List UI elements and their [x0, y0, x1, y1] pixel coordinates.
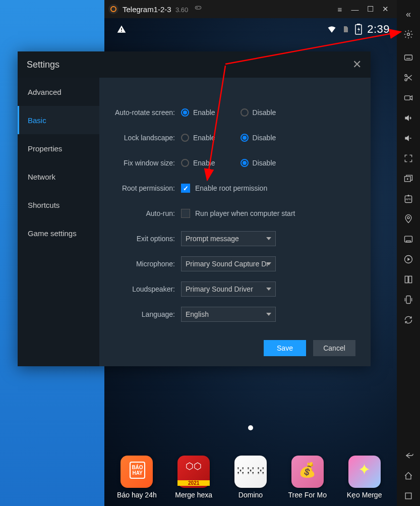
cancel-button[interactable]: Cancel — [313, 340, 355, 356]
screenshot-button[interactable] — [397, 229, 420, 249]
chevron-down-icon — [266, 288, 271, 291]
checkbox-label: Enable root permission — [195, 184, 267, 192]
label-autorun: Auto-run: — [113, 209, 181, 217]
app-icon — [291, 456, 324, 488]
gamepad-icon[interactable] — [193, 5, 203, 14]
dock-app-treeformo[interactable]: Tree For Mo — [282, 456, 333, 499]
app-icon — [348, 456, 381, 488]
svg-rect-21 — [405, 493, 411, 499]
checkbox-label: Run player when computer start — [195, 209, 295, 217]
battery-charging-icon — [355, 24, 362, 35]
settings-gear-button[interactable] — [397, 24, 420, 44]
label-speaker: Loudspeaker: — [113, 285, 181, 293]
close-button[interactable]: ✕ — [378, 5, 393, 14]
row-root-permission: Root permission: Enable root permission — [113, 176, 355, 201]
row-auto-rotate: Auto-rotate screen: Enable Disable — [113, 100, 355, 125]
side-toolbar: « APK — [397, 0, 420, 506]
svg-rect-5 — [357, 24, 360, 25]
volume-up-button[interactable] — [397, 108, 420, 128]
menu-button[interactable]: ≡ — [332, 5, 347, 14]
autorun-checkbox[interactable]: Run player when computer start — [181, 209, 295, 218]
maximize-button[interactable]: ☐ — [363, 5, 378, 14]
operation-record-button[interactable] — [397, 249, 420, 269]
svg-rect-18 — [405, 276, 408, 283]
collapse-toolbar-button[interactable]: « — [397, 4, 420, 24]
home-button[interactable] — [397, 466, 420, 486]
nav-advanced[interactable]: Advanced — [18, 78, 99, 106]
svg-rect-16 — [406, 241, 410, 242]
app-icon — [234, 456, 267, 488]
exit-options-select[interactable]: Prompt message — [181, 231, 276, 246]
lock-landscape-enable-radio[interactable]: Enable — [181, 134, 215, 142]
dock-app-baohay[interactable]: Báo hay 24h — [111, 456, 162, 499]
nav-properties[interactable]: Properties — [18, 134, 99, 162]
nav-shortcuts[interactable]: Shortcuts — [18, 191, 99, 219]
root-permission-checkbox[interactable]: Enable root permission — [181, 184, 267, 193]
keymap-button[interactable] — [397, 47, 420, 68]
settings-close-button[interactable]: ✕ — [352, 58, 362, 71]
nav-basic[interactable]: Basic — [18, 106, 99, 134]
svg-rect-20 — [406, 296, 410, 304]
row-language: Language: English — [113, 302, 355, 327]
volume-down-button[interactable] — [397, 128, 420, 148]
fullscreen-button[interactable] — [397, 148, 420, 168]
scissors-button[interactable] — [397, 68, 420, 88]
sync-button[interactable] — [397, 269, 420, 290]
svg-rect-7 — [405, 55, 412, 60]
select-value: English — [186, 310, 271, 318]
status-clock: 2:39 — [367, 23, 390, 36]
window-title: Telegram1-2-3 3.60 — [123, 5, 188, 14]
no-sim-icon — [342, 25, 350, 34]
nav-network[interactable]: Network — [18, 162, 99, 191]
language-select[interactable]: English — [181, 307, 276, 322]
location-button[interactable] — [397, 209, 420, 229]
minimize-button[interactable]: — — [347, 5, 363, 14]
svg-rect-10 — [405, 96, 410, 100]
app-label: Tree For Mo — [282, 491, 333, 499]
svg-point-14 — [407, 216, 409, 218]
record-button[interactable] — [397, 88, 420, 108]
radio-label: Disable — [253, 134, 276, 142]
svg-text:APK: APK — [405, 198, 411, 201]
shake-button[interactable] — [397, 290, 420, 310]
page-indicator — [248, 425, 253, 430]
nav-game-settings[interactable]: Game settings — [18, 219, 99, 247]
settings-title: Settings — [27, 60, 59, 70]
dock-app-domino[interactable]: Domino — [225, 456, 276, 499]
row-exit-options: Exit options: Prompt message — [113, 226, 355, 251]
svg-rect-19 — [409, 276, 412, 283]
status-bar: 2:39 — [104, 18, 397, 40]
radio-label: Enable — [193, 108, 215, 117]
loudspeaker-select[interactable]: Primary Sound Driver — [181, 282, 276, 297]
app-label: Domino — [225, 491, 276, 499]
auto-rotate-enable-radio[interactable]: Enable — [181, 108, 215, 117]
radio-label: Disable — [253, 108, 276, 117]
app-icon — [177, 456, 210, 488]
svg-rect-2 — [121, 28, 122, 30]
label-fix-window: Fix window size: — [113, 159, 181, 167]
app-icon — [121, 456, 153, 488]
dialog-button-bar: Save Cancel — [264, 340, 355, 356]
row-lock-landscape: Lock landscape: Enable Disable — [113, 125, 355, 150]
version-text: 3.60 — [175, 6, 188, 14]
back-button[interactable] — [397, 445, 420, 466]
select-value: Primary Sound Driver — [186, 285, 271, 293]
app-label: Merge hexa — [168, 491, 219, 499]
settings-header: Settings ✕ — [18, 51, 371, 78]
recents-button[interactable] — [397, 486, 420, 506]
multi-instance-button[interactable] — [397, 168, 420, 189]
label-root: Root permission: — [113, 184, 181, 192]
app-label: Báo hay 24h — [111, 491, 162, 499]
install-apk-button[interactable]: APK — [397, 189, 420, 209]
lock-landscape-disable-radio[interactable]: Disable — [241, 134, 276, 142]
row-fix-window: Fix window size: Enable Disable — [113, 150, 355, 176]
fix-window-enable-radio[interactable]: Enable — [181, 159, 215, 167]
dock-app-mergehexa[interactable]: Merge hexa — [168, 456, 219, 499]
dock-app-keomerge[interactable]: Kẹo Merge — [339, 456, 390, 499]
settings-dialog: Settings ✕ Advanced Basic Properties Net… — [18, 51, 371, 366]
auto-rotate-disable-radio[interactable]: Disable — [241, 108, 276, 117]
rotate-button[interactable] — [397, 310, 420, 330]
microphone-select[interactable]: Primary Sound Capture Dr — [181, 256, 276, 271]
fix-window-disable-radio[interactable]: Disable — [241, 159, 276, 167]
save-button[interactable]: Save — [264, 340, 306, 356]
